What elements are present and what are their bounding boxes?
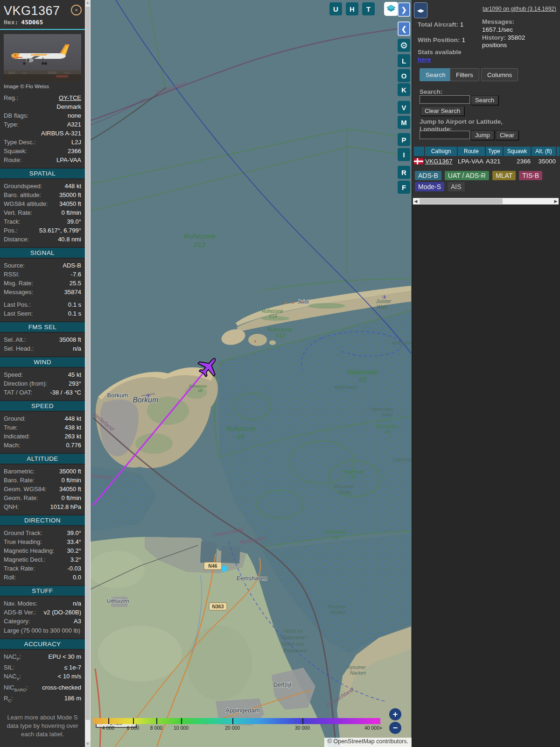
table-header-callsign[interactable]: Callsign xyxy=(425,147,457,156)
map-button-l[interactable]: L xyxy=(398,54,410,67)
data-row: Ground Track:39.0° xyxy=(0,529,85,537)
data-row: Last Pos.:0.1 s xyxy=(0,300,85,309)
table-header-flag[interactable] xyxy=(414,147,424,156)
legend-tick-label: 10 000 xyxy=(174,725,189,731)
dune-icon: ▲ xyxy=(291,300,295,304)
dune-icon: ▲ xyxy=(284,300,288,305)
stats-panel: ◀▶ tar1090 on github (3.14.1692) Total A… xyxy=(412,0,560,747)
info-value: AIRBUS A-321 xyxy=(41,130,81,137)
table-header-alt-ft-[interactable]: Alt. (ft) xyxy=(532,147,556,156)
map-label: I/3 xyxy=(333,535,338,540)
legend-tick xyxy=(156,718,157,724)
map-button-k[interactable]: K xyxy=(398,83,410,96)
map-button-o[interactable]: O xyxy=(398,69,410,82)
badge-ais[interactable]: AIS xyxy=(448,182,465,191)
badge-tis-b[interactable]: TIS-B xyxy=(519,171,542,180)
data-row: Roll:0.0 xyxy=(0,573,85,582)
map-label: Ruhezone xyxy=(347,368,377,376)
map-attribution[interactable]: © OpenStreetMap contributors. xyxy=(324,738,412,747)
map-label: Hond en xyxy=(283,628,303,634)
map-label: I/5 xyxy=(359,376,366,383)
tab-search[interactable]: Search xyxy=(420,68,452,81)
map-button-v[interactable]: V xyxy=(398,101,410,114)
sidebar-scrollbar-thumb[interactable] xyxy=(85,7,90,720)
altitude-legend: 4 0006 0008 00010 00020 00030 00040 000+ xyxy=(93,718,380,724)
map-button-p[interactable]: P xyxy=(398,133,410,146)
map-label: Rysumer xyxy=(347,665,366,670)
panel-horizontal-scrollbar[interactable]: ◀ ▶ xyxy=(413,198,559,204)
data-row: SIL:≤ 1e-7 xyxy=(0,663,85,672)
map-label: Pilsumer xyxy=(334,484,355,489)
data-row: Geom. WGS84:34050 ft xyxy=(0,485,85,493)
panel-arrow-button[interactable]: ❮ xyxy=(398,21,410,36)
table-row[interactable]: VKG1367LPA-VAAA321236635000 xyxy=(414,157,560,166)
map-label: Ruhezone xyxy=(226,425,256,432)
data-row: Pos.:53.617°, 6.799° xyxy=(0,226,85,235)
jump-input[interactable] xyxy=(420,131,470,139)
scroll-right-icon[interactable]: ▶ xyxy=(553,198,559,204)
search-input[interactable] xyxy=(420,95,470,104)
section-header-spatial: SPATIAL xyxy=(0,168,85,179)
here-link[interactable]: here xyxy=(418,56,431,63)
map-button-h[interactable]: H xyxy=(346,2,358,15)
zoom-out-button[interactable]: − xyxy=(389,722,401,734)
gear-icon[interactable]: ⚙ xyxy=(398,39,410,52)
badge-uat-ads-r[interactable]: UAT / ADS-R xyxy=(445,171,489,180)
sidebar-footer-note: Learn more about Mode S data type by hov… xyxy=(0,713,85,739)
data-row: Mach:0.776 xyxy=(0,441,85,450)
tab-filters[interactable]: Filters xyxy=(450,68,479,81)
table-header-squawk[interactable]: Squawk xyxy=(504,147,531,156)
map-label: Itzendorfpl xyxy=(392,340,412,345)
map-button-u[interactable]: U xyxy=(329,2,342,15)
map-button-i[interactable]: I xyxy=(398,148,410,161)
map-button-m[interactable]: M xyxy=(398,116,410,129)
table-header-s[interactable]: S xyxy=(557,147,560,156)
history-line: History: 35802 xyxy=(482,34,525,41)
panel-hscroll-thumb[interactable] xyxy=(420,198,503,204)
data-row: ADS-B Ver.:v2 (DO-260B) xyxy=(0,608,85,617)
jump-clear-button[interactable]: Clear xyxy=(496,130,518,140)
scroll-down-icon[interactable]: ▼ xyxy=(85,741,91,747)
map-label: Ruhezone xyxy=(376,424,397,429)
badge-ads-b[interactable]: ADS-B xyxy=(415,171,441,180)
jump-button[interactable]: Jump xyxy=(471,130,494,140)
search-button[interactable]: Search xyxy=(471,95,498,105)
map-label: Ruhezone xyxy=(267,326,293,333)
map-canvas[interactable]: N46N363 DeutschlandRuhezoneI/12RuhezoneI… xyxy=(91,0,412,747)
table-cell: LPA-VAA xyxy=(458,157,485,166)
table-header-type[interactable]: Type xyxy=(486,147,503,156)
table-header-route[interactable]: Route xyxy=(458,147,485,156)
aircraft-photo[interactable] xyxy=(4,34,81,82)
map-button-t[interactable]: T xyxy=(362,2,375,15)
tab-columns[interactable]: Columns xyxy=(481,68,518,81)
zoom-in-button[interactable]: + xyxy=(389,708,401,720)
data-row: Distance:40.8 nmi xyxy=(0,235,85,244)
map-label: I/13 xyxy=(276,332,285,339)
info-value: none xyxy=(68,112,81,120)
map-button-f[interactable]: F xyxy=(398,181,410,194)
info-row: DB flags:none xyxy=(0,111,85,120)
callsign-link[interactable]: VKG1367 xyxy=(425,158,453,165)
dune-icon: ▲ xyxy=(253,338,258,343)
registration-link[interactable]: OY-TCE xyxy=(59,94,81,102)
scroll-up-icon[interactable]: ▲ xyxy=(85,0,91,6)
clear-search-button[interactable]: Clear Search xyxy=(420,106,464,116)
data-row: WGS84 altitude:34050 ft xyxy=(0,199,85,208)
map-label: Leysand xyxy=(393,457,411,462)
data-row: True Heading:33.4° xyxy=(0,537,85,546)
sidebar-scrollbar[interactable]: ▲ ▼ xyxy=(85,0,91,747)
github-link[interactable]: tar1090 on github (3.14.1692) xyxy=(483,6,556,12)
data-row: RSSI:-7.6 xyxy=(0,270,85,279)
legend-tick-label: 20 000 xyxy=(225,725,240,731)
info-value: Denmark xyxy=(56,103,81,111)
close-icon[interactable]: × xyxy=(71,5,82,15)
data-row: NICBARO:cross-checked xyxy=(0,683,85,694)
layers-button[interactable] xyxy=(384,2,398,16)
panel-arrow-button[interactable]: ❯ xyxy=(398,2,410,17)
map-button-r[interactable]: R xyxy=(398,166,410,179)
panel-toggle-button[interactable]: ◀▶ xyxy=(414,2,427,18)
legend-tick xyxy=(302,718,303,724)
scroll-left-icon[interactable]: ◀ xyxy=(413,198,419,204)
badge-mode-s[interactable]: Mode-S xyxy=(415,182,444,191)
badge-mlat[interactable]: MLAT xyxy=(492,171,516,180)
